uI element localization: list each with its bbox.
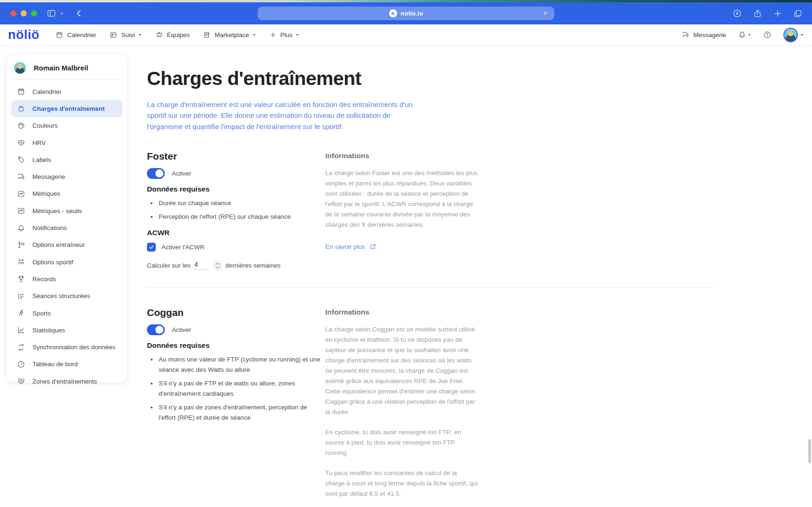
nav-item-marketplace[interactable]: Marketplace bbox=[203, 31, 256, 39]
training-load-bag-icon bbox=[17, 104, 25, 113]
messagerie-button[interactable]: Messagerie bbox=[682, 31, 726, 39]
plus-icon bbox=[269, 31, 276, 38]
divider bbox=[147, 287, 715, 288]
chevron-down-icon bbox=[747, 33, 751, 37]
acwr-checkbox[interactable] bbox=[147, 243, 156, 252]
metric-chart-icon bbox=[17, 207, 25, 215]
sidebar-item-messagerie[interactable]: Messagerie bbox=[11, 168, 123, 185]
reader-view-icon[interactable] bbox=[542, 10, 549, 17]
sidebar-item-metriques[interactable]: Métriques bbox=[11, 185, 123, 202]
teams-icon bbox=[155, 31, 163, 39]
acwr-checkbox-row[interactable]: Activer l'ACWR bbox=[147, 243, 325, 252]
sidebar-item-charges-entrainement[interactable]: Charges d'entraînement bbox=[11, 100, 123, 117]
sidebar-item-calendrier[interactable]: Calendrier bbox=[11, 83, 123, 100]
weeks-stepper[interactable] bbox=[214, 261, 221, 270]
sidebar-item-zones-entrainements[interactable]: Zones d'entraînements bbox=[11, 373, 123, 390]
sidebar-item-synchronisation[interactable]: Synchronisation des données bbox=[11, 338, 123, 355]
window-controls bbox=[10, 10, 37, 16]
sidebar-item-labels[interactable]: Labels bbox=[11, 151, 123, 168]
sidebar-item-metriques-seuils[interactable]: Métriques - seuils bbox=[11, 202, 123, 219]
sidebar-item-notifications[interactable]: Notifications bbox=[11, 219, 123, 236]
nav-item-equipes[interactable]: Équipes bbox=[155, 31, 190, 39]
trophy-icon bbox=[17, 275, 25, 283]
foster-info: Informations La charge selon Foster est … bbox=[325, 151, 480, 251]
scrollbar-thumb[interactable] bbox=[808, 439, 811, 463]
info-text: Tu peux modifier les constantes de calcu… bbox=[325, 468, 478, 499]
nolio-logo[interactable]: nöliö bbox=[8, 29, 39, 41]
info-text: La charge selon Foster est une des métho… bbox=[325, 168, 478, 230]
bell-icon bbox=[738, 31, 746, 39]
sidebar-item-tableau-de-bord[interactable]: Tableau de bord bbox=[11, 356, 123, 373]
structured-list-icon bbox=[17, 292, 25, 300]
runner-icon bbox=[17, 309, 25, 317]
sidebar-item-couleurs[interactable]: Couleurs bbox=[11, 117, 123, 134]
close-window-button[interactable] bbox=[10, 10, 16, 16]
help-icon bbox=[763, 31, 772, 39]
zoom-window-button[interactable] bbox=[31, 10, 37, 16]
notifications-button[interactable] bbox=[738, 31, 751, 39]
info-text: En cyclisme, tu dois avoir renseigné ton… bbox=[325, 427, 478, 458]
sidebar-item-sports[interactable]: Sports bbox=[11, 305, 123, 322]
calendar-icon bbox=[17, 87, 25, 96]
url-text: nolio.io bbox=[401, 10, 423, 17]
page-description: La charge d'entraînement est une valeur … bbox=[147, 99, 413, 132]
address-bar[interactable]: n nolio.io bbox=[258, 7, 554, 20]
share-button[interactable] bbox=[753, 9, 762, 18]
bell-icon bbox=[17, 224, 25, 232]
foster-required-list: Durée sur chaque séance Perception de l'… bbox=[158, 198, 325, 222]
heart-pulse-icon bbox=[17, 138, 25, 147]
sidebar-item-seances-structurees[interactable]: Séances structurées bbox=[11, 288, 123, 305]
external-link-icon bbox=[369, 243, 376, 250]
back-button[interactable] bbox=[75, 9, 84, 18]
coggan-title: Coggan bbox=[147, 307, 325, 318]
marketplace-icon bbox=[203, 31, 211, 39]
sidebar-toggle-icon[interactable] bbox=[46, 8, 56, 18]
stepper-up-icon bbox=[215, 262, 220, 265]
learn-more-link[interactable]: En savoir plus bbox=[325, 243, 376, 250]
sidebar-item-hrv[interactable]: HRV bbox=[11, 134, 123, 151]
chevron-down-icon bbox=[800, 33, 804, 37]
minimize-window-button[interactable] bbox=[21, 10, 27, 16]
coggan-activate-toggle[interactable] bbox=[147, 324, 165, 335]
info-title: Informations bbox=[325, 308, 480, 316]
stepper-down-icon bbox=[215, 266, 220, 269]
sidebar-item-statistiques[interactable]: Statistiques bbox=[11, 322, 123, 338]
metric-chart-icon bbox=[17, 190, 25, 198]
user-menu[interactable] bbox=[783, 28, 804, 42]
downloads-button[interactable] bbox=[732, 8, 742, 18]
nav-item-calendrier[interactable]: Calendrier bbox=[55, 31, 96, 39]
tab-overview-button[interactable] bbox=[793, 9, 803, 18]
new-tab-button[interactable] bbox=[773, 9, 782, 18]
foster-activate-toggle[interactable] bbox=[147, 168, 165, 179]
divider bbox=[14, 79, 120, 80]
tag-icon bbox=[17, 155, 25, 164]
acwr-weeks-input[interactable] bbox=[193, 261, 209, 270]
sidebar-item-options-sportif[interactable]: Options sportif bbox=[11, 254, 123, 270]
chevron-down-icon bbox=[138, 33, 142, 37]
page-title: Charges d'entraînement bbox=[147, 68, 715, 90]
sidebar-item-records[interactable]: Records bbox=[11, 270, 123, 287]
calendar-icon bbox=[55, 31, 63, 39]
palette-icon bbox=[17, 122, 25, 130]
statistics-chart-icon bbox=[17, 326, 25, 334]
sidebar-item-options-entraineur[interactable]: Options entraîneur bbox=[11, 237, 123, 254]
info-text: La charge selon Coggan est un modèle sur… bbox=[325, 324, 478, 417]
sync-icon bbox=[17, 343, 25, 352]
list-item: Perception de l'effort (RPE) sur chaque … bbox=[158, 212, 325, 222]
gauge-icon bbox=[17, 360, 25, 369]
chevron-down-icon[interactable] bbox=[59, 11, 64, 16]
browser-chrome: n nolio.io bbox=[0, 2, 812, 24]
avatar bbox=[14, 62, 26, 74]
coggan-info: Informations La charge selon Coggan est … bbox=[325, 307, 480, 507]
foster-required-title: Données requises bbox=[147, 185, 325, 193]
section-foster: Foster Activer Données requises Durée su… bbox=[147, 151, 715, 270]
site-favicon: n bbox=[389, 9, 397, 17]
help-button[interactable] bbox=[763, 31, 772, 39]
list-item: S'il n'y a pas de zones d'entraînement, … bbox=[158, 402, 325, 423]
athlete-card-icon bbox=[109, 31, 117, 39]
nav-item-plus[interactable]: Plus bbox=[269, 31, 299, 38]
nav-item-suivi[interactable]: Suivi bbox=[109, 31, 142, 39]
heart-pulse-icon bbox=[17, 377, 25, 385]
settings-sidebar: Romain Malbreil Calendrier Charges d'ent… bbox=[7, 54, 127, 383]
sidebar-user[interactable]: Romain Malbreil bbox=[7, 54, 127, 78]
